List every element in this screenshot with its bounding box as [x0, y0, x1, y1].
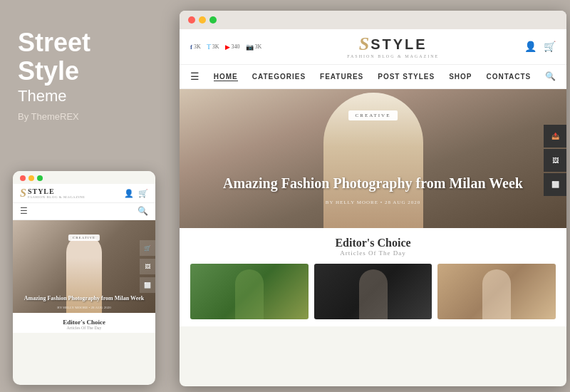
nav-post-styles[interactable]: POST STYLES: [378, 73, 435, 81]
mobile-logo-style: STYLE: [28, 187, 86, 195]
desktop-nav: ☰ HOME CATEGORIES FEATURES POST STYLES S…: [180, 65, 566, 89]
social-instagram: 📷 3K: [246, 43, 262, 51]
desktop-header: f 3K 𝕋 3K ▶ 340 📷 3K S STYLE FASHION BLO…: [180, 29, 566, 65]
desktop-header-icons: 👤 🛒: [524, 41, 556, 53]
mobile-header-icons: 👤 🛒: [124, 189, 148, 198]
mobile-top-bar: [13, 171, 155, 184]
card-1-figure: [190, 264, 309, 319]
nav-features[interactable]: FEATURES: [320, 73, 363, 81]
mobile-hamburger-icon[interactable]: ☰: [20, 206, 28, 217]
mobile-user-icon[interactable]: 👤: [124, 189, 134, 198]
nav-contacts[interactable]: CONTACTS: [486, 73, 531, 81]
mobile-cart-icon[interactable]: 🛒: [138, 189, 148, 198]
card-2-person: [359, 269, 388, 319]
logo-tagline: FASHION BLOG & MAGAZINE: [347, 54, 439, 58]
mobile-logo-tagline: FASHION BLOG & MAGAZINE: [28, 195, 86, 199]
sidebar-image-btn[interactable]: 🖼: [544, 149, 566, 172]
mobile-hero-byline: BY HELLY MOORE • 28 AUG 2020: [13, 306, 155, 309]
theme-title: Street Style: [18, 29, 157, 86]
theme-by: By ThemeREX: [18, 111, 157, 122]
left-panel: Street Style Theme By ThemeREX S STYLE F…: [0, 0, 175, 392]
editor-card-3[interactable]: [437, 264, 556, 319]
editors-grid: [190, 264, 556, 319]
twitter-icon: 𝕋: [207, 43, 211, 51]
desktop-dot-red: [188, 16, 195, 24]
sidebar-share-btn[interactable]: 📤: [544, 125, 566, 148]
theme-subtitle: Theme: [18, 87, 157, 105]
instagram-count: 3K: [255, 43, 262, 50]
desktop-sidebar-buttons: 📤 🖼 ⬜: [544, 125, 566, 196]
image-icon: 🖼: [552, 157, 559, 164]
editor-card-1[interactable]: [190, 264, 309, 319]
desktop-mockup: f 3K 𝕋 3K ▶ 340 📷 3K S STYLE FASHION BLO…: [180, 11, 566, 386]
mobile-header: S STYLE FASHION BLOG & MAGAZINE 👤 🛒: [13, 184, 155, 203]
card-1-person: [235, 269, 264, 319]
twitter-count: 3K: [212, 43, 219, 50]
hero-byline: BY HELLY MOORE • 28 AUG 2020: [180, 200, 566, 205]
hero-title: Amazing Fashion Photography from Milan W…: [180, 174, 566, 192]
youtube-icon: ▶: [225, 43, 230, 51]
mobile-creative-badge: CREATIVE: [68, 234, 100, 241]
mobile-dot-red: [20, 175, 26, 181]
nav-links: HOME CATEGORIES FEATURES POST STYLES SHO…: [214, 73, 532, 81]
mobile-editors-sub: Articles Of The Day: [20, 326, 148, 330]
mobile-dot-green: [37, 175, 43, 181]
nav-search-icon[interactable]: 🔍: [545, 71, 556, 82]
editors-title: Editor's Choice: [190, 237, 556, 249]
mobile-logo-area: S STYLE FASHION BLOG & MAGAZINE: [20, 187, 86, 200]
card-3-person: [482, 269, 511, 319]
social-facebook: f 3K: [190, 43, 201, 51]
hamburger-icon[interactable]: ☰: [190, 71, 200, 83]
layout-icon: ⬜: [551, 181, 559, 188]
facebook-count: 3K: [194, 43, 201, 50]
mobile-editors-section: Editor's Choice Articles Of The Day: [13, 313, 155, 333]
desktop-top-bar: [180, 11, 566, 29]
editor-card-2[interactable]: [314, 264, 432, 319]
sidebar-layout-btn[interactable]: ⬜: [544, 173, 566, 196]
desktop-social-links: f 3K 𝕋 3K ▶ 340 📷 3K: [190, 43, 261, 51]
social-youtube: ▶ 340: [225, 43, 240, 51]
share-icon: 📤: [551, 133, 559, 140]
mobile-editors-title: Editor's Choice: [20, 319, 148, 326]
mobile-hero: CREATIVE Amazing Fashion Photography fro…: [13, 220, 155, 313]
editors-header: Editor's Choice Articles Of The Day: [190, 237, 556, 257]
card-2-figure: [314, 264, 432, 319]
card-3-figure: [437, 264, 556, 319]
youtube-count: 340: [232, 43, 240, 50]
mobile-bookmark-icon[interactable]: 🖼: [140, 259, 155, 274]
mobile-dot-yellow: [28, 175, 34, 181]
mobile-nav-bar: ☰ 🔍: [13, 203, 155, 220]
social-twitter: 𝕋 3K: [207, 43, 219, 51]
desktop-dot-green: [209, 16, 217, 24]
desktop-logo-area: S STYLE FASHION BLOG & MAGAZINE: [347, 35, 439, 58]
mobile-mockup: S STYLE FASHION BLOG & MAGAZINE 👤 🛒 ☰ 🔍 …: [13, 171, 155, 385]
hero-creative-badge: CREATIVE: [348, 110, 398, 120]
editors-sub: Articles Of The Day: [190, 249, 556, 257]
logo-style-text: STYLE: [370, 36, 427, 53]
desktop-logo: S STYLE: [359, 35, 428, 53]
mobile-share-icon[interactable]: 🛒: [140, 240, 155, 256]
instagram-icon: 📷: [246, 43, 254, 51]
desktop-user-icon[interactable]: 👤: [524, 41, 537, 53]
facebook-icon: f: [190, 43, 192, 51]
nav-shop[interactable]: SHOP: [449, 73, 472, 81]
mobile-sidebar-icons: 🛒 🖼 ⬜: [140, 220, 155, 313]
logo-s-letter: S: [359, 35, 369, 53]
editors-section: Editor's Choice Articles Of The Day: [180, 228, 566, 326]
desktop-cart-icon[interactable]: 🛒: [544, 41, 556, 53]
nav-home[interactable]: HOME: [214, 73, 238, 81]
nav-categories[interactable]: CATEGORIES: [252, 73, 306, 81]
desktop-dot-yellow: [199, 16, 206, 24]
mobile-grid-icon[interactable]: ⬜: [140, 277, 155, 293]
mobile-hero-title: Amazing Fashion Photography from Milan W…: [13, 295, 155, 302]
mobile-search-icon[interactable]: 🔍: [138, 206, 148, 217]
mobile-logo-s: S: [20, 187, 26, 200]
desktop-hero: CREATIVE Amazing Fashion Photography fro…: [180, 89, 566, 228]
mobile-logo-text-area: STYLE FASHION BLOG & MAGAZINE: [28, 187, 86, 199]
